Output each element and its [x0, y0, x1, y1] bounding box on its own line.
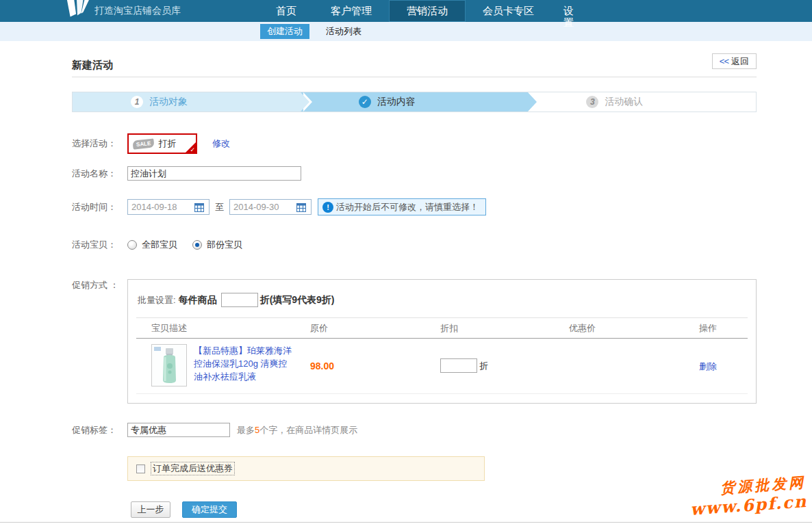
sale-tag-icon: SALE	[132, 138, 155, 149]
page-header: 新建活动 << 返回	[72, 41, 757, 77]
step-1-label: 活动对象	[149, 96, 188, 108]
col-header-action: 操作	[699, 322, 742, 335]
top-navigation-bar: 打造淘宝店铺会员库 首页 客户管理 营销活动 会员卡专区 设置	[0, 0, 812, 22]
product-discount-cell: 折	[440, 344, 569, 387]
form-actions: 上一步 确定提交	[72, 501, 757, 518]
wizard-step-2-current: ✓ 活动内容	[301, 92, 529, 112]
back-arrows-icon: <<	[720, 56, 728, 66]
coupon-checkbox-label[interactable]: 订单完成后送优惠券	[151, 462, 235, 475]
col-header-promo-price: 优惠价	[569, 322, 699, 335]
selected-activity-type-box[interactable]: SALE 打折 ✓	[127, 133, 197, 154]
check-icon: ✓	[359, 96, 371, 108]
back-button[interactable]: << 返回	[712, 53, 757, 69]
end-date-field[interactable]	[229, 199, 312, 215]
radio-partial-items-label[interactable]: 部份宝贝	[207, 239, 242, 251]
activity-time-row: 活动时间： 至 ! 活动开始后不可修改，请慎重选择！	[72, 198, 757, 215]
footer-divider	[0, 522, 812, 523]
discount-unit-label: 折	[479, 360, 488, 372]
nav-item-customers[interactable]: 客户管理	[314, 0, 389, 22]
hint-pre: 最多	[237, 425, 255, 435]
product-original-price: 98.00	[310, 361, 334, 371]
date-range-to-text: 至	[215, 201, 224, 213]
batch-settings-line: 批量设置: 每件商品 折(填写9代表9折)	[128, 280, 756, 307]
corner-check-icon: ✓	[190, 146, 195, 153]
time-warning-text: 活动开始后不可修改，请慎重选择！	[336, 201, 479, 213]
step-1-number: 1	[131, 96, 143, 108]
product-action-cell: 删除	[699, 344, 742, 387]
product-description-cell: 【新品特惠】珀莱雅海洋控油保湿乳120g 清爽控油补水祛痘乳液	[151, 344, 310, 387]
col-header-discount: 折扣	[440, 322, 569, 335]
start-date-input[interactable]	[131, 200, 194, 213]
nav-item-marketing[interactable]: 营销活动	[389, 0, 466, 22]
promotion-panel: 批量设置: 每件商品 折(填写9代表9折) 宝贝描述 原价 折扣 优惠价 操作	[127, 279, 757, 404]
wizard-step-1: 1 活动对象	[73, 92, 301, 112]
radio-all-items-label[interactable]: 全部宝贝	[142, 239, 177, 251]
calendar-icon[interactable]	[194, 202, 204, 212]
radio-all-items[interactable]	[127, 240, 137, 250]
promo-tag-hint: 最多5个字，在商品详情页展示	[237, 424, 357, 436]
wizard-step-3: 3 活动确认	[528, 92, 756, 112]
coupon-panel: 订单完成后送优惠券	[127, 456, 485, 481]
promo-tag-label: 促销标签：	[72, 424, 127, 436]
brand-title: 打造淘宝店铺会员库	[94, 5, 181, 17]
product-promo-price-cell	[569, 344, 699, 387]
app-logo-icon	[66, 0, 89, 20]
coupon-checkbox[interactable]	[136, 464, 145, 473]
product-discount-input[interactable]	[440, 358, 477, 373]
content-area: 新建活动 << 返回 1 活动对象 ✓ 活动内容 3 活动确认 选择活动： SA…	[72, 41, 757, 518]
coupon-row: 订单完成后送优惠券	[72, 437, 757, 481]
activity-type-value: 打折	[158, 137, 176, 150]
batch-suffix-label: 折(填写9代表9折)	[260, 294, 335, 306]
watermark: 货源批发网 www.6pf.cn	[688, 473, 808, 520]
step-2-label: 活动内容	[377, 96, 416, 108]
nav-item-home[interactable]: 首页	[259, 0, 314, 22]
activity-items-label: 活动宝贝：	[72, 239, 127, 251]
back-button-label: 返回	[731, 55, 749, 68]
edit-activity-link[interactable]: 修改	[212, 137, 230, 150]
select-activity-row: 选择活动： SALE 打折 ✓ 修改	[72, 133, 757, 154]
product-title-link[interactable]: 【新品特惠】珀莱雅海洋控油保湿乳120g 清爽控油补水祛痘乳液	[194, 344, 294, 383]
batch-prefix-label: 批量设置:	[138, 294, 176, 306]
col-header-original-price: 原价	[310, 322, 440, 335]
brand: 打造淘宝店铺会员库	[66, 0, 181, 22]
nav-item-settings[interactable]: 设置	[551, 0, 587, 22]
step-3-number: 3	[586, 96, 598, 108]
promo-tag-row: 促销标签： 最多5个字，在商品详情页展示	[72, 423, 757, 437]
secondary-nav: 创建活动 活动列表	[0, 22, 812, 41]
primary-nav: 首页 客户管理 营销活动 会员卡专区 设置	[259, 0, 587, 22]
promotion-row: 促销方式 ： 批量设置: 每件商品 折(填写9代表9折) 宝贝描述 原价 折扣 …	[72, 268, 757, 404]
promo-tag-input[interactable]	[127, 423, 230, 437]
product-thumbnail[interactable]	[151, 344, 187, 387]
radio-partial-items[interactable]	[192, 240, 202, 250]
activity-name-label: 活动名称：	[72, 168, 127, 180]
activity-name-row: 活动名称：	[72, 166, 757, 181]
col-header-description: 宝贝描述	[151, 322, 310, 335]
calendar-icon[interactable]	[296, 202, 306, 212]
select-activity-label: 选择活动：	[72, 137, 127, 150]
promotion-label: 促销方式 ：	[72, 279, 127, 291]
submit-button[interactable]: 确定提交	[182, 501, 237, 518]
product-price-cell: 98.00	[310, 344, 440, 387]
delete-product-link[interactable]: 删除	[699, 361, 717, 373]
product-table-row: 【新品特惠】珀莱雅海洋控油保湿乳120g 清爽控油补水祛痘乳液 98.00 折 …	[136, 339, 748, 394]
batch-discount-input[interactable]	[221, 293, 258, 307]
tab-create-activity[interactable]: 创建活动	[260, 24, 309, 39]
page-title: 新建活动	[72, 59, 757, 72]
batch-unit-label: 每件商品	[179, 294, 217, 306]
time-warning-banner: ! 活动开始后不可修改，请慎重选择！	[318, 198, 486, 215]
previous-step-button[interactable]: 上一步	[131, 501, 170, 518]
step-wizard: 1 活动对象 ✓ 活动内容 3 活动确认	[72, 92, 757, 112]
product-table-header: 宝贝描述 原价 折扣 优惠价 操作	[136, 318, 748, 339]
activity-time-label: 活动时间：	[72, 201, 127, 213]
step-3-label: 活动确认	[605, 96, 643, 108]
start-date-field[interactable]	[127, 199, 210, 215]
nav-item-membercard[interactable]: 会员卡专区	[466, 0, 551, 22]
warning-icon: !	[322, 202, 333, 213]
end-date-input[interactable]	[233, 200, 296, 213]
hint-post: 个字，在商品详情页展示	[259, 425, 357, 435]
tab-activity-list[interactable]: 活动列表	[319, 24, 368, 39]
activity-items-row: 活动宝贝： 全部宝贝 部份宝贝	[72, 239, 757, 251]
activity-name-input[interactable]	[127, 166, 301, 181]
